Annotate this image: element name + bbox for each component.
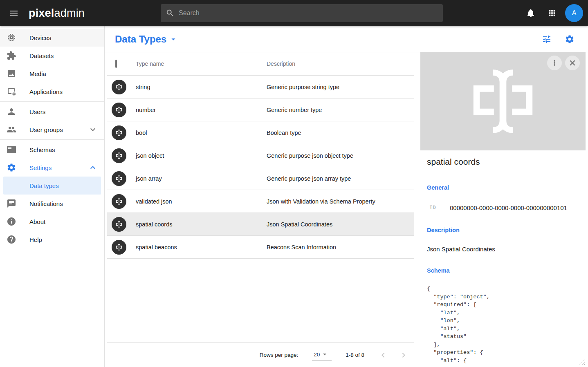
rows-per-page-value: 20: [314, 351, 320, 358]
sidebar-item-datasets[interactable]: Datasets: [0, 47, 104, 65]
chat-icon: [7, 199, 16, 208]
data-type-icon: [112, 148, 126, 163]
info-icon: [7, 217, 16, 226]
column-header-type-name: Type name: [136, 60, 267, 67]
sidebar-item-label: Users: [29, 108, 45, 115]
type-description: Generic number type: [267, 107, 414, 113]
sidebar-item-label: Data types: [29, 182, 59, 189]
table-row[interactable]: json array Generic purpose json array ty…: [107, 167, 414, 190]
chevron-up-icon: [88, 163, 98, 172]
rows-per-page-select[interactable]: 20: [312, 349, 332, 360]
column-header-description: Description: [267, 60, 414, 67]
data-type-icon: [112, 103, 126, 117]
sidebar-item-applications[interactable]: Applications: [0, 83, 104, 101]
type-name: string: [136, 84, 267, 90]
next-page-button[interactable]: [399, 350, 408, 360]
sidebar-item-label: Settings: [29, 164, 52, 171]
table-row[interactable]: string Generic purpose string type: [107, 76, 414, 98]
type-description: Generic purpose json object type: [267, 152, 414, 159]
filter-button[interactable]: [539, 31, 555, 47]
sidebar-item-label: Datasets: [29, 52, 54, 59]
id-label: ID: [427, 205, 450, 211]
avatar-initial: A: [572, 9, 577, 17]
previous-page-button[interactable]: [378, 350, 388, 360]
gear-icon: [7, 163, 16, 172]
apps-grid-button[interactable]: [544, 5, 560, 21]
person-icon: [7, 107, 16, 116]
sidebar-item-schemas[interactable]: Schemas: [0, 141, 104, 159]
bell-icon: [526, 8, 536, 18]
sidebar-nav: Devices Datasets Media Applications U: [0, 26, 105, 367]
table-empty-space: [107, 259, 414, 342]
more-vert-icon: [550, 59, 559, 67]
type-description: Beacons Scan Information: [267, 244, 414, 251]
sidebar-item-label: Notifications: [29, 200, 63, 207]
type-description: Boolean type: [267, 130, 414, 136]
search-input[interactable]: [179, 9, 438, 17]
type-name: json object: [136, 152, 267, 159]
sidebar-item-label: About: [29, 218, 45, 225]
settings-button[interactable]: [561, 31, 578, 47]
sidebar-item-media[interactable]: Media: [0, 65, 104, 83]
hamburger-icon: [9, 8, 19, 18]
sidebar-item-about[interactable]: About: [0, 213, 104, 230]
detail-hero-image: [420, 52, 586, 150]
page-title-dropdown[interactable]: Data Types: [115, 34, 178, 45]
table-row[interactable]: json object Generic purpose json object …: [107, 144, 414, 167]
user-avatar[interactable]: A: [565, 4, 583, 22]
data-type-icon: [462, 60, 544, 142]
chevron-down-icon: [88, 125, 98, 134]
notifications-button[interactable]: [523, 5, 539, 21]
sidebar-item-label: Help: [29, 236, 42, 243]
page-title: Data Types: [115, 34, 166, 45]
section-label-schema: Schema: [427, 267, 581, 274]
apps-grid-icon: [548, 9, 557, 18]
data-type-icon: [112, 80, 126, 94]
sidebar-item-devices[interactable]: Devices: [0, 29, 104, 47]
close-panel-button[interactable]: [565, 56, 580, 70]
data-type-icon: [112, 125, 126, 140]
dropdown-caret-icon: [169, 35, 178, 44]
help-icon: [7, 235, 16, 244]
sidebar-item-user-groups[interactable]: User groups: [0, 121, 104, 139]
sidebar-item-settings[interactable]: Settings: [0, 159, 104, 177]
table-row[interactable]: validated json Json with Validation via …: [107, 190, 414, 213]
data-types-table: Type name Description string Generic pur…: [105, 52, 420, 367]
detail-title: spatial coords: [427, 157, 480, 167]
sidebar-divider: [0, 139, 104, 140]
type-description: Json Spatial Coordinates: [267, 221, 414, 228]
select-all-checkbox[interactable]: [115, 60, 117, 68]
type-name: validated json: [136, 198, 267, 205]
puzzle-icon: [7, 51, 16, 60]
memory-chip-icon: [7, 33, 16, 43]
card-list-icon: [7, 145, 16, 154]
pagination-bar: Rows per page: 20 1-8 of 8: [107, 342, 414, 367]
sidebar-item-data-types[interactable]: Data types: [3, 177, 101, 195]
table-row[interactable]: number Generic number type: [107, 98, 414, 121]
data-type-icon: [112, 217, 126, 232]
sidebar-item-label: User groups: [29, 126, 63, 133]
app-window-gear-icon: [7, 87, 16, 96]
schema-code-editor[interactable]: { "type": "object", "required": [ "lat",…: [427, 285, 581, 365]
more-options-button[interactable]: [547, 56, 562, 70]
id-field-row: ID 00000000-0000-0000-0000-000000000101: [427, 204, 581, 211]
sidebar-item-label: Media: [29, 70, 46, 77]
menu-button[interactable]: [6, 5, 22, 21]
sidebar-item-users[interactable]: Users: [0, 103, 104, 121]
table-row[interactable]: bool Boolean type: [107, 121, 414, 144]
sidebar-item-notifications[interactable]: Notifications: [0, 195, 104, 213]
description-value: Json Spatial Coordinates: [427, 246, 581, 253]
detail-panel: spatial coords General ID 00000000-0000-…: [420, 52, 588, 367]
close-icon: [568, 58, 577, 67]
sidebar-item-label: Devices: [29, 34, 51, 41]
global-search[interactable]: [161, 4, 443, 22]
table-row[interactable]: spatial beacons Beacons Scan Information: [107, 236, 414, 259]
table-row-selected[interactable]: spatial coords Json Spatial Coordinates: [107, 213, 414, 236]
data-type-icon: [112, 194, 126, 209]
pagination-range-label: 1-8 of 8: [346, 352, 364, 358]
type-name: spatial coords: [136, 221, 267, 228]
sidebar-item-help[interactable]: Help: [0, 230, 104, 248]
type-description: Generic purpose json array type: [267, 175, 414, 182]
table-header-row: Type name Description: [107, 52, 414, 76]
content-header: Data Types: [105, 26, 588, 52]
